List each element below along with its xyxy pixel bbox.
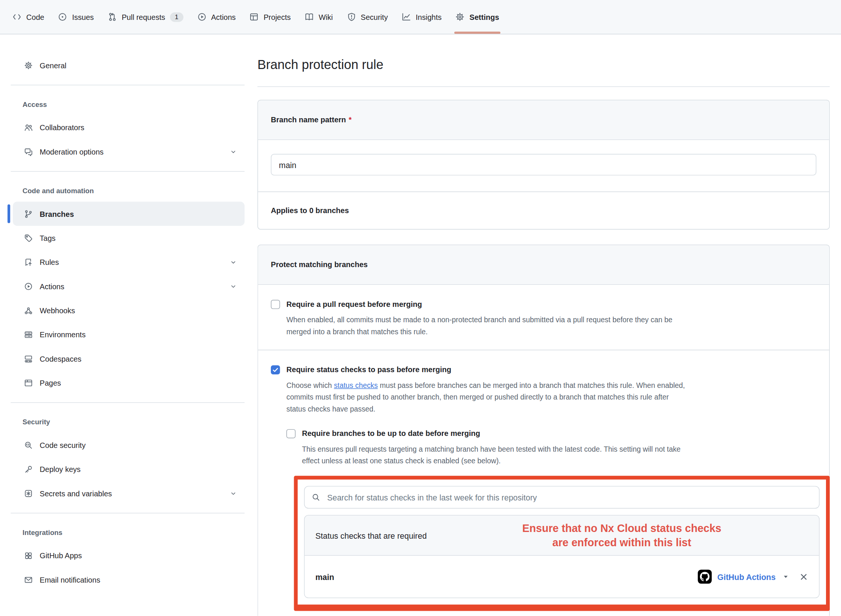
github-mark-icon [698,570,712,584]
github-actions-link[interactable]: GitHub Actions [717,572,775,581]
tab-code[interactable]: Code [5,0,51,34]
sidebar-section-access: Access [11,93,245,115]
chevron-down-icon [230,490,237,497]
code-icon [12,12,21,21]
applies-to-branches: Applies to 0 branches [258,191,829,229]
chevron-down-icon [230,282,237,290]
tab-actions[interactable]: Actions [190,0,243,34]
sidebar-item-actions[interactable]: Actions [13,274,245,298]
tab-pull-requests[interactable]: Pull requests 1 [101,0,190,34]
require-up-to-date-description: This ensures pull requests targeting a m… [302,443,816,467]
tag-icon [24,234,33,242]
required-asterisk: * [348,115,351,124]
sidebar-item-label: Branches [40,209,74,218]
sidebar-item-email-notifications[interactable]: Email notifications [13,568,245,592]
sidebar-item-label: Actions [40,282,65,290]
tab-security[interactable]: Security [340,0,395,34]
sidebar-item-codespaces[interactable]: Codespaces [13,347,245,371]
issue-opened-icon [58,12,67,21]
branch-name-pattern-row [258,140,829,191]
require-up-to-date-checkbox[interactable] [287,429,296,438]
sidebar-item-label: Pages [40,379,61,387]
sidebar-item-github-apps[interactable]: GitHub Apps [13,543,245,567]
webhook-icon [24,306,33,315]
sidebar-item-branches[interactable]: Branches [13,202,245,226]
tab-label: Projects [264,13,291,21]
key-icon [24,465,33,473]
require-pull-request-checkbox[interactable] [271,300,280,309]
sidebar-item-label: Secrets and variables [40,489,112,497]
sidebar-item-code-security[interactable]: Code security [13,433,245,457]
sidebar-item-label: General [40,61,66,69]
sidebar-item-label: Moderation options [40,147,104,156]
sidebar-item-pages[interactable]: Pages [13,371,245,395]
apps-icon [24,551,33,560]
tab-issues[interactable]: Issues [51,0,101,34]
required-status-checks-header: Status checks that are required Ensure t… [305,515,819,556]
table-icon [250,12,259,21]
git-pull-request-icon [108,12,117,21]
sidebar-section-security: Security [11,410,245,433]
sidebar-item-label: Email notifications [40,575,100,584]
chevron-down-icon [230,148,237,155]
tab-label: Pull requests [122,13,165,21]
rule-require-pull-request: Require a pull request before merging Wh… [258,285,829,350]
annotation-text: Ensure that no Nx Cloud status checks ar… [436,521,808,549]
main-content: Branch protection rule Branch name patte… [257,34,830,616]
status-check-search [304,486,820,508]
sidebar-item-general[interactable]: General [13,53,245,77]
sidebar-item-tags[interactable]: Tags [13,226,245,250]
require-pull-request-label: Require a pull request before merging [287,299,422,310]
git-branch-icon [24,209,33,218]
settings-sidebar: General Access Collaborators Moderation … [11,34,245,592]
sidebar-item-collaborators[interactable]: Collaborators [13,115,245,139]
tab-wiki[interactable]: Wiki [298,0,340,34]
tab-label: Insights [416,13,442,21]
rule-require-up-to-date: Require branches to be up to date before… [287,428,817,611]
sidebar-item-deploy-keys[interactable]: Deploy keys [13,457,245,481]
status-check-name: main [315,572,334,581]
github-settings-page: Code Issues Pull requests 1 Actions Proj… [0,0,841,616]
comment-discussion-icon [24,147,33,156]
sidebar-item-rules[interactable]: Rules [13,250,245,274]
sidebar-item-label: Tags [40,234,56,242]
tab-label: Code [26,13,44,21]
tab-label: Issues [72,13,94,21]
sidebar-item-label: Codespaces [40,354,81,363]
tab-projects[interactable]: Projects [243,0,298,34]
shield-icon [347,12,356,21]
browser-icon [24,379,33,387]
gear-icon [24,61,33,69]
sidebar-item-label: Code security [40,441,86,449]
required-status-checks-panel: Status checks that are required Ensure t… [304,515,820,598]
rule-require-status-checks: Require status checks to pass before mer… [258,350,829,616]
sidebar-divider [11,85,245,85]
sidebar-item-environments[interactable]: Environments [13,322,245,346]
status-check-dropdown-button[interactable] [782,573,790,580]
sidebar-item-label: Deploy keys [40,465,81,473]
protect-matching-branches-header: Protect matching branches [258,245,829,285]
require-status-checks-checkbox[interactable] [271,365,280,374]
annotation-highlight-box: Status checks that are required Ensure t… [294,476,830,611]
mail-icon [24,575,33,584]
graph-icon [402,12,411,21]
sidebar-item-label: Environments [40,330,86,339]
tab-insights[interactable]: Insights [395,0,448,34]
sidebar-section-integrations: Integrations [11,521,245,543]
sidebar-item-webhooks[interactable]: Webhooks [13,298,245,322]
status-check-search-input[interactable] [304,486,820,508]
secret-asterisk-icon [24,489,33,497]
status-checks-link[interactable]: status checks [334,382,378,389]
branch-name-pattern-header: Branch name pattern* [258,100,829,140]
sidebar-item-secrets-variables[interactable]: Secrets and variables [13,481,245,505]
require-status-checks-description: Choose which status checks must pass bef… [287,380,817,415]
rules-icon [24,258,33,266]
tab-label: Wiki [318,13,333,21]
sidebar-item-moderation-options[interactable]: Moderation options [13,140,245,164]
codespaces-icon [24,354,33,363]
remove-status-check-button[interactable] [799,572,808,581]
tab-label: Security [361,13,388,21]
branch-name-pattern-input[interactable] [271,154,816,175]
tab-settings[interactable]: Settings [449,0,506,34]
pr-count-badge: 1 [170,12,183,22]
